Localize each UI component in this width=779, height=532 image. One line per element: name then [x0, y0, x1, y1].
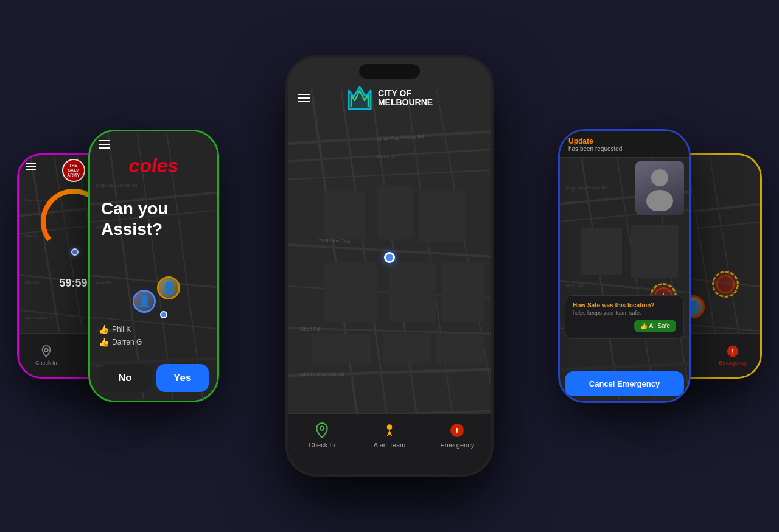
- svg-rect-49: [324, 262, 377, 322]
- yes-button[interactable]: Yes: [156, 364, 209, 392]
- tab-emergency-label-3: Emergency: [441, 441, 475, 449]
- svg-point-78: [646, 190, 673, 211]
- phone-coles: Kings Way Service Rd Napier St Albert Rd…: [88, 130, 219, 402]
- no-button[interactable]: No: [99, 364, 152, 392]
- melbourne-logo-icon: [346, 85, 373, 111]
- svg-text:Albert Rd: Albert Rd: [96, 281, 114, 285]
- svg-rect-50: [389, 262, 436, 322]
- menu-icon-2[interactable]: [99, 140, 110, 149]
- svg-text:Kings Way Service Rd: Kings Way Service Rd: [96, 183, 138, 188]
- salvation-army-logo: THESALVARMY: [62, 159, 85, 182]
- gold-arc: [721, 200, 760, 279]
- alert-circle-5a: [712, 271, 739, 298]
- svg-rect-73: [581, 228, 622, 275]
- update-banner: Update has been requested: [560, 131, 689, 158]
- phones-container: Kings Way Service Rd Napier St Albert Rd…: [0, 0, 779, 532]
- emergency-icon-3: !: [449, 422, 465, 438]
- svg-rect-52: [312, 334, 371, 363]
- svg-text:Albert Rd: Albert Rd: [25, 281, 40, 284]
- phone-alert: Kings Way Service Rd Albert Rd Albert Rd…: [558, 129, 691, 403]
- all-safe-button[interactable]: 👍 All Safe: [634, 320, 676, 332]
- menu-icon-1[interactable]: [26, 163, 36, 170]
- coles-logo: coles: [129, 155, 179, 177]
- svg-line-29: [288, 170, 491, 180]
- tab-checkin-label-3: Check In: [309, 441, 335, 449]
- update-text: has been requested: [568, 145, 680, 152]
- tab-alertteam-3[interactable]: Alert Team: [355, 422, 423, 449]
- svg-text:Albert Rd Service Rd: Albert Rd Service Rd: [25, 317, 52, 320]
- person-1: Phil K: [112, 325, 131, 334]
- tab-checkin-label-1: Check In: [35, 360, 57, 366]
- location-dot-1: [71, 248, 79, 256]
- checkin-icon-3: [314, 422, 330, 438]
- cancel-emergency-button[interactable]: Cancel Emergency: [565, 371, 684, 396]
- melbourne-logo: CITY OF MELBOURNE: [346, 85, 433, 111]
- checkin-icon-1: [40, 345, 53, 358]
- svg-point-59: [387, 424, 393, 430]
- avatar-marker-2b: 👤: [157, 276, 180, 299]
- svg-point-58: [320, 427, 324, 431]
- svg-text:!: !: [732, 349, 734, 355]
- svg-text:Kings Way Service Rd: Kings Way Service Rd: [377, 134, 424, 142]
- svg-point-12: [44, 348, 48, 352]
- menu-icon-3[interactable]: [298, 94, 310, 102]
- svg-text:Albert Rd: Albert Rd: [300, 326, 320, 332]
- svg-rect-51: [442, 262, 484, 322]
- phone-melbourne-center: Kings Way Service Rd Napier St Palmerton…: [285, 55, 494, 477]
- svg-rect-48: [419, 191, 466, 242]
- svg-text:Kings Way Service Rd: Kings Way Service Rd: [566, 186, 607, 191]
- svg-rect-74: [631, 225, 679, 278]
- main-tab-bar: Check In Alert Team ! Emergency: [288, 413, 491, 474]
- tab-emergency-5[interactable]: ! Emergency: [706, 334, 761, 377]
- svg-text:Napier St: Napier St: [25, 234, 38, 237]
- safety-popup: How Safe was this location? helps keeps …: [565, 295, 684, 339]
- map-bg-3: Kings Way Service Rd Napier St Palmerton…: [288, 58, 491, 474]
- person-2: Darren G: [112, 338, 142, 346]
- tab-alertteam-label-3: Alert Team: [374, 441, 405, 449]
- safety-sub: helps keeps your team safe.: [573, 310, 676, 316]
- melbourne-logo-text: CITY OF MELBOURNE: [378, 89, 433, 108]
- svg-text:Albert Rd Service Rd: Albert Rd Service Rd: [300, 371, 344, 377]
- svg-line-69: [560, 363, 689, 369]
- tab-emergency-3[interactable]: ! Emergency: [424, 422, 491, 449]
- notch-3: [359, 64, 420, 79]
- safety-title: How Safe was this location?: [573, 302, 676, 309]
- svg-point-77: [651, 169, 668, 186]
- timer-display: 59:59: [59, 277, 87, 290]
- header-3: CITY OF MELBOURNE: [288, 85, 491, 111]
- update-title: Update: [568, 137, 680, 145]
- location-dot-2: [160, 311, 167, 318]
- tab-emergency-label-5: Emergency: [719, 360, 747, 366]
- location-dot-3: [384, 252, 395, 263]
- assist-text: Can you Assist?: [101, 198, 206, 239]
- avatar-marker-2a: 👤: [133, 290, 156, 313]
- svg-rect-53: [383, 334, 430, 363]
- alertteam-icon-3: [382, 422, 397, 438]
- tab-checkin-3[interactable]: Check In: [288, 422, 355, 449]
- svg-rect-46: [324, 191, 365, 239]
- svg-text:Napier St: Napier St: [377, 154, 394, 159]
- person-silhouette: [641, 166, 678, 211]
- svg-rect-47: [377, 185, 413, 239]
- person-photo: [635, 161, 684, 215]
- tab-checkin-1[interactable]: Check In: [19, 334, 74, 377]
- svg-text:!: !: [456, 426, 458, 435]
- svg-rect-54: [436, 334, 484, 363]
- people-list: 👍 Phil K 👍 Darren G: [99, 324, 142, 347]
- action-buttons-2: No Yes: [90, 364, 217, 392]
- svg-text:Albert Rd: Albert Rd: [566, 283, 584, 287]
- emergency-icon-5: !: [726, 345, 739, 358]
